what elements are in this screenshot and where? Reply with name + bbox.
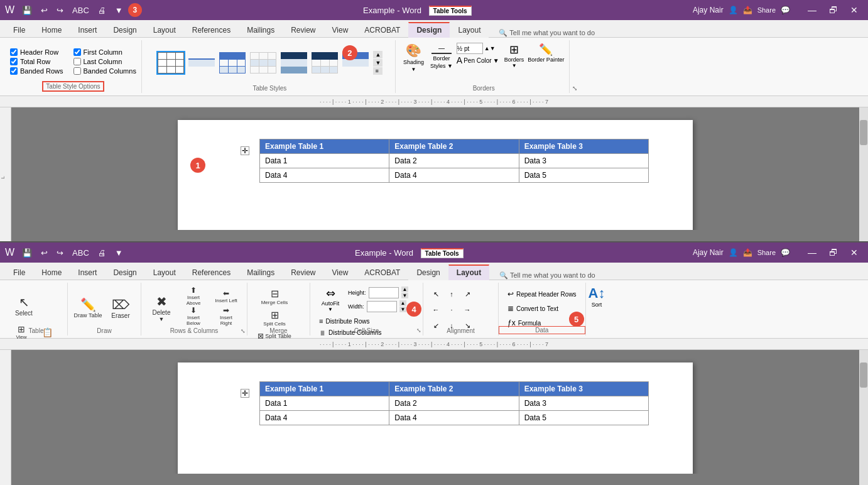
eraser-button[interactable]: ⌦ Eraser — [106, 286, 136, 329]
top-scrollbar-thumb[interactable] — [860, 120, 867, 145]
split-cells-button[interactable]: ⊞ Split Cells — [252, 308, 296, 328]
align-top-center[interactable]: ↑ — [444, 286, 459, 302]
data-cell-2-1[interactable]: Data 4 — [260, 168, 389, 183]
save-button[interactable]: 💾 — [19, 4, 35, 16]
customize-button[interactable]: ▼ — [112, 4, 126, 16]
tab-review-top[interactable]: Review — [283, 23, 323, 38]
autofit-button[interactable]: ⇔ AutoFit ▼ — [315, 286, 345, 312]
pen-color-arrow[interactable]: ▼ — [493, 57, 499, 64]
shading-arrow[interactable]: ▼ — [411, 67, 416, 72]
select-button[interactable]: ↖ Select — [10, 286, 38, 324]
height-input[interactable]: 0.19" — [369, 287, 399, 298]
repeat-header-rows-button[interactable]: ↩ Repeat Header Rows — [504, 288, 580, 300]
header-row-checkbox[interactable]: Header Row — [10, 48, 63, 56]
header-cell-3[interactable]: Example Table 3 — [519, 139, 648, 154]
tab-design-top[interactable]: Design — [105, 23, 144, 38]
table-style-2[interactable] — [187, 51, 216, 75]
comment-icon-bottom[interactable]: 💬 — [781, 248, 790, 257]
total-row-checkbox[interactable]: Total Row — [10, 58, 63, 65]
data-cell-2-2[interactable]: Data 4 — [389, 168, 519, 183]
share-label-bottom[interactable]: Share — [757, 249, 776, 256]
width-input[interactable]: 2.16" — [367, 301, 397, 312]
align-middle-center[interactable]: · — [444, 302, 459, 317]
bottom-data-cell-1-3[interactable]: Data 3 — [519, 396, 648, 411]
banded-rows-checkbox[interactable]: Banded Rows — [10, 67, 63, 75]
table-style-3[interactable] — [218, 51, 247, 75]
align-top-right[interactable]: ↗ — [460, 286, 475, 302]
tab-acrobat-bottom[interactable]: ACROBAT — [356, 265, 408, 280]
bottom-header-cell-1[interactable]: Example Table 1 — [260, 382, 389, 396]
draw-table-button[interactable]: ✏️ Draw Table — [73, 286, 103, 329]
pen-weight-input[interactable] — [457, 43, 483, 54]
tab-insert-top[interactable]: Insert — [70, 23, 105, 38]
table-style-6[interactable] — [310, 51, 339, 75]
minimize-button-bottom[interactable]: — — [803, 248, 822, 258]
close-button-bottom[interactable]: ✕ — [845, 248, 863, 258]
bottom-scrollbar[interactable] — [859, 350, 868, 485]
width-spin-down[interactable]: ▼ — [399, 307, 407, 312]
header-cell-2[interactable]: Example Table 2 — [389, 139, 519, 154]
height-spin-down[interactable]: ▼ — [401, 293, 409, 298]
styles-scroll-up[interactable]: ▲ — [373, 51, 382, 58]
sort-button[interactable]: A↕ Sort — [586, 283, 608, 335]
data-cell-1-1[interactable]: Data 1 — [260, 154, 389, 168]
tab-home-top[interactable]: Home — [33, 23, 70, 38]
tab-mailings-bottom[interactable]: Mailings — [239, 265, 283, 280]
bottom-data-cell-2-3[interactable]: Data 5 — [519, 411, 648, 425]
table-move-handle-bottom[interactable]: ✛ — [241, 389, 249, 398]
tab-view-top[interactable]: View — [324, 23, 357, 38]
header-cell-1[interactable]: Example Table 1 — [260, 139, 389, 154]
print-button[interactable]: 🖨 — [95, 4, 109, 16]
tab-tt-layout-top[interactable]: Layout — [450, 23, 489, 38]
borders-button[interactable]: ⊞ — [509, 43, 519, 57]
tab-insert-bottom[interactable]: Insert — [70, 265, 105, 280]
data-cell-1-2[interactable]: Data 2 — [389, 154, 519, 168]
print-button-bottom[interactable]: 🖨 — [95, 247, 109, 259]
tab-view-bottom[interactable]: View — [324, 265, 357, 280]
tab-acrobat-top[interactable]: ACROBAT — [356, 23, 408, 38]
save-button-bottom[interactable]: 💾 — [19, 247, 35, 259]
table-style-5[interactable] — [279, 51, 308, 75]
height-spin-up[interactable]: ▲ — [401, 286, 409, 292]
spelling-button[interactable]: ABC — [70, 4, 92, 16]
tab-tt-design-top[interactable]: Design — [408, 22, 450, 38]
tab-review-bottom[interactable]: Review — [283, 265, 323, 280]
undo-button-bottom[interactable]: ↩ — [38, 247, 50, 259]
border-styles-button[interactable]: — — [431, 43, 452, 54]
tab-file-top[interactable]: File — [5, 23, 33, 38]
align-top-left[interactable]: ↖ — [428, 286, 443, 302]
customize-button-bottom[interactable]: ▼ — [112, 247, 126, 259]
width-spin-up[interactable]: ▲ — [399, 300, 407, 306]
shading-button[interactable]: 🎨 — [406, 43, 421, 58]
tab-design-bottom[interactable]: Design — [105, 265, 144, 280]
delete-button[interactable]: ✖ Delete ▼ — [146, 286, 176, 329]
styles-scroll-down[interactable]: ▼ — [373, 59, 382, 67]
minimize-button-top[interactable]: — — [803, 5, 822, 15]
table-move-handle-top[interactable]: ✛ — [241, 146, 249, 155]
tab-layout-top[interactable]: Layout — [145, 23, 184, 38]
styles-scroll-more[interactable]: ≡ — [373, 67, 382, 75]
bottom-data-cell-2-2[interactable]: Data 4 — [389, 411, 519, 425]
banded-columns-checkbox[interactable]: Banded Columns — [73, 67, 136, 75]
insert-left-button[interactable]: ⬅ Insert Left — [210, 286, 242, 305]
top-scrollbar[interactable] — [859, 107, 868, 241]
data-cell-1-3[interactable]: Data 3 — [519, 154, 648, 168]
bottom-scrollbar-thumb[interactable] — [860, 362, 867, 388]
tab-file-bottom[interactable]: File — [5, 265, 33, 280]
redo-button[interactable]: ↪ — [54, 4, 66, 16]
close-button-top[interactable]: ✕ — [845, 5, 863, 15]
tab-layout-bottom[interactable]: Layout — [145, 265, 184, 280]
align-middle-right[interactable]: → — [460, 302, 475, 317]
tab-home-bottom[interactable]: Home — [33, 265, 70, 280]
bottom-data-cell-1-1[interactable]: Data 1 — [260, 396, 389, 411]
comment-icon[interactable]: 💬 — [781, 6, 790, 14]
autofit-arrow[interactable]: ▼ — [328, 307, 333, 312]
tab-tt-design-bottom[interactable]: Design — [408, 265, 448, 280]
last-column-checkbox[interactable]: Last Column — [73, 58, 136, 65]
border-painter-button[interactable]: ✏️ — [539, 43, 553, 57]
delete-arrow[interactable]: ▼ — [159, 316, 165, 322]
tab-tt-layout-bottom[interactable]: Layout — [448, 264, 489, 280]
borders-button-arrow[interactable]: ▼ — [512, 63, 517, 68]
distribute-rows-button[interactable]: ≡ Distribute Rows — [315, 316, 385, 326]
data-cell-2-3[interactable]: Data 5 — [519, 168, 648, 183]
